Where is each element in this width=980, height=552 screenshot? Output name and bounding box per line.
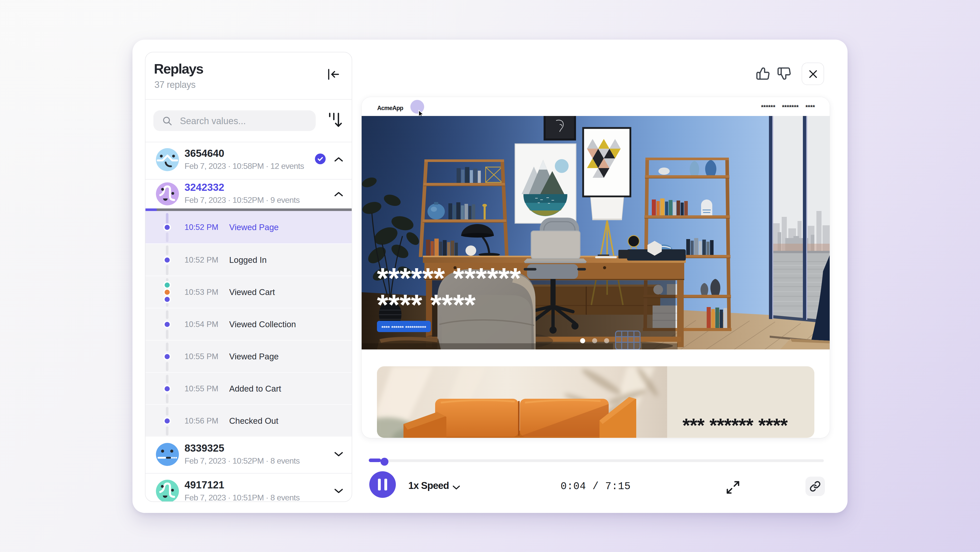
svg-text:*** ****** ****: *** ****** **** xyxy=(682,414,788,436)
svg-text:**** ****: **** **** xyxy=(377,289,476,321)
svg-text:**** ****** **********: **** ****** ********** xyxy=(381,325,426,330)
